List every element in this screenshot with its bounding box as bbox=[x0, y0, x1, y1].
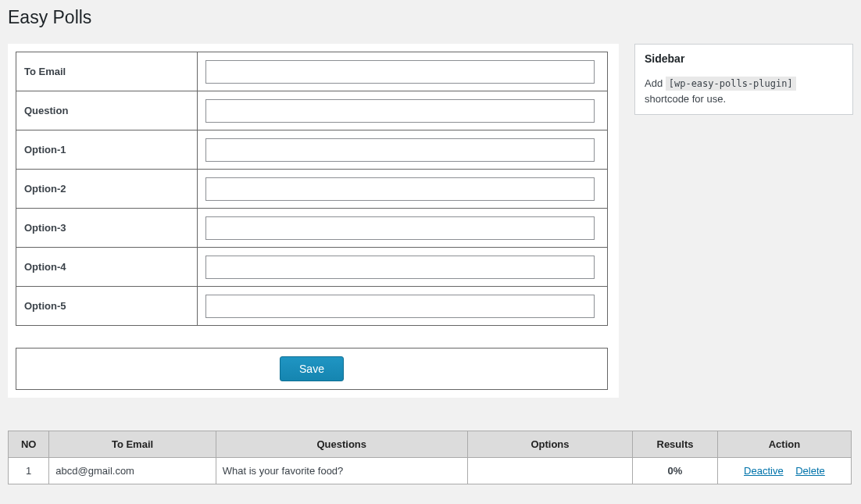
field-label-option-3: Option-3 bbox=[16, 209, 198, 248]
delete-link[interactable]: Delete bbox=[795, 465, 825, 477]
sidebar-text-after: shortcode for use. bbox=[645, 93, 726, 105]
header-results: Results bbox=[633, 431, 718, 458]
cell-options bbox=[467, 458, 632, 484]
sidebar-text-before: Add bbox=[645, 77, 666, 89]
header-action: Action bbox=[717, 431, 851, 458]
field-label-to-email: To Email bbox=[16, 52, 198, 91]
field-label-option-4: Option-4 bbox=[16, 248, 198, 287]
form-table: To Email Question Option-1 Option-2 Opti… bbox=[16, 52, 608, 326]
header-email: To Email bbox=[49, 431, 216, 458]
save-button[interactable]: Save bbox=[280, 356, 344, 381]
sidebar-shortcode: [wp-easy-polls-plugin] bbox=[666, 77, 796, 91]
sidebar-card: Sidebar Add [wp-easy-polls-plugin] short… bbox=[634, 44, 853, 115]
question-input[interactable] bbox=[205, 99, 595, 123]
option-3-input[interactable] bbox=[205, 216, 595, 240]
page-title: Easy Polls bbox=[8, 0, 853, 31]
field-label-option-1: Option-1 bbox=[16, 130, 198, 170]
table-row: 1 abcd@gmail.com What is your favorite f… bbox=[9, 458, 852, 484]
sidebar-heading: Sidebar bbox=[645, 52, 843, 65]
option-5-input[interactable] bbox=[205, 295, 595, 318]
to-email-input[interactable] bbox=[205, 60, 595, 84]
cell-question: What is your favorite food? bbox=[216, 458, 467, 484]
field-label-question: Question bbox=[16, 91, 198, 130]
option-4-input[interactable] bbox=[205, 256, 595, 279]
form-card: To Email Question Option-1 Option-2 Opti… bbox=[8, 44, 619, 398]
save-row: Save bbox=[16, 348, 608, 390]
header-questions: Questions bbox=[216, 431, 467, 458]
option-2-input[interactable] bbox=[205, 177, 595, 201]
cell-action: Deactive Delete bbox=[717, 458, 851, 484]
cell-results: 0% bbox=[633, 458, 718, 484]
field-label-option-2: Option-2 bbox=[16, 170, 198, 209]
header-no: NO bbox=[9, 431, 49, 458]
cell-email: abcd@gmail.com bbox=[49, 458, 216, 484]
sidebar-text: Add [wp-easy-polls-plugin] shortcode for… bbox=[645, 76, 843, 106]
header-options: Options bbox=[467, 431, 632, 458]
list-table: NO To Email Questions Options Results Ac… bbox=[8, 431, 852, 484]
deactive-link[interactable]: Deactive bbox=[744, 465, 784, 477]
option-1-input[interactable] bbox=[205, 138, 595, 162]
field-label-option-5: Option-5 bbox=[16, 287, 198, 326]
cell-no: 1 bbox=[9, 458, 49, 484]
